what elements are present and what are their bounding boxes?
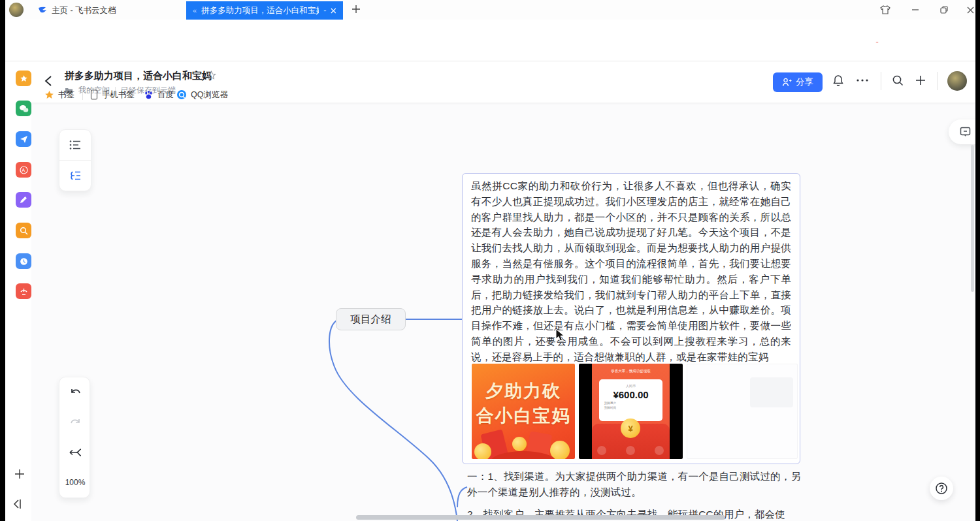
share-label: 分享: [796, 76, 813, 88]
theme-shirt-icon[interactable]: [875, 3, 895, 17]
mindmap-canvas[interactable]: 100% 项目介绍 虽然拼CC家的助力和砍价行为，让很多人不喜欢，但也得承认，确…: [31, 103, 975, 521]
comment-bubble-icon: [960, 127, 971, 137]
gold-coin: [512, 437, 527, 451]
wechat-icon[interactable]: [16, 101, 31, 116]
share-person-icon: [782, 78, 792, 87]
doc-title: 拼多多助力项目，适合小白和宝妈: [65, 70, 212, 82]
new-tab-button[interactable]: [350, 3, 362, 15]
mini-icon: [626, 446, 635, 455]
phone-icon: [90, 89, 98, 100]
screen: 主页 - 飞书云文档 « 拼多多助力项目，适合小白和宝妈 -: [0, 0, 980, 521]
minimize-icon[interactable]: [906, 3, 925, 17]
mindmap-node-channel-text[interactable]: 一：1、找到渠道。为大家提供两个助力渠道，有一个是自己测试过的，另外一个渠道是别…: [467, 469, 802, 500]
zoom-level[interactable]: 100%: [59, 467, 91, 497]
withdraw-quote: 恭喜大家，我成功提现啦: [592, 369, 670, 373]
browser-navbar: S 景区回应将张鸯写成张赛 译 新 2: [5, 20, 975, 42]
add-panel-button[interactable]: [13, 467, 26, 481]
banner-line2: 合小白宝妈: [472, 404, 575, 428]
svg-text:A: A: [22, 168, 25, 172]
notifications-bell-icon[interactable]: [832, 74, 844, 87]
doc-search-icon[interactable]: [892, 74, 904, 86]
tab-doc-icon: «: [193, 7, 197, 14]
withdraw-screenshot-image[interactable]: 恭喜大家，我成功提现啦 人民币 ¥600.00 到账用户 到账时间 ¥: [579, 364, 683, 459]
tab-suffix: -: [323, 6, 326, 15]
browser-avatar[interactable]: [9, 3, 24, 17]
outline-view-button[interactable]: [59, 130, 91, 160]
tab-title: 主页 - 飞书云文档: [52, 5, 116, 16]
bookmark-baidu[interactable]: 百度: [144, 88, 174, 101]
undo-button[interactable]: [59, 377, 91, 407]
bookmark-folder[interactable]: 书签: [44, 88, 74, 101]
question-icon: [935, 482, 948, 495]
bookmark-label: 手机书签: [102, 89, 135, 101]
horizontal-scrollbar[interactable]: [356, 515, 725, 520]
vertical-scrollbar[interactable]: [971, 145, 974, 292]
mindmap-node-project-intro[interactable]: 项目介绍: [336, 308, 406, 330]
divider: [937, 72, 938, 90]
amount-value: ¥600.00: [599, 389, 662, 400]
bookmark-label: QQ浏览器: [191, 89, 228, 101]
collapse-branches-button[interactable]: [59, 437, 91, 467]
gold-coin: ¥: [621, 418, 640, 438]
withdraw-screen: 恭喜大家，我成功提现啦 人民币 ¥600.00 到账用户 到账时间 ¥: [592, 364, 670, 459]
currency-label: 人民币: [599, 384, 662, 388]
browser-titlebar: 主页 - 飞书云文档 « 拼多多助力项目，适合小白和宝妈 -: [5, 0, 975, 20]
collect-star-icon[interactable]: [16, 71, 31, 86]
mouse-cursor: [555, 328, 565, 342]
baidu-icon: [144, 90, 154, 100]
bookmark-label: 百度: [157, 89, 174, 101]
mindmap-view-button[interactable]: [59, 161, 91, 191]
amount-row: 到账用户: [604, 402, 662, 405]
tab-title: 拼多多助力项目，适合小白和宝妈: [201, 5, 319, 16]
banner-line1: 夕助力砍: [472, 379, 575, 403]
favorite-star-icon[interactable]: [206, 71, 216, 80]
node-label: 项目介绍: [351, 313, 391, 326]
browser-side-rail: A: [5, 61, 31, 521]
bookmark-qq-browser[interactable]: QQ浏览器: [176, 88, 228, 101]
bookmark-label: 书签: [58, 89, 74, 101]
right-black-strip: [975, 0, 980, 521]
tab-document[interactable]: « 拼多多助力项目，适合小白和宝妈 -: [186, 1, 343, 20]
project-description-text: 虽然拼CC家的助力和砍价行为，让很多人不喜欢，但也得承认，确实有不少人也真正提现…: [471, 178, 791, 365]
qq-browser-icon: [176, 89, 187, 100]
faint-block: [750, 377, 793, 407]
mini-icon: [597, 446, 606, 455]
canvas-toolbar: 100%: [59, 377, 90, 498]
feishu-favicon: [38, 6, 47, 15]
gold-coin: [550, 441, 570, 459]
divider: [82, 89, 83, 100]
help-button[interactable]: [930, 477, 953, 500]
more-ellipsis-icon[interactable]: [856, 78, 869, 82]
redo-button[interactable]: [59, 407, 91, 437]
restore-icon[interactable]: [934, 3, 954, 17]
comment-panel-toggle[interactable]: [949, 119, 975, 144]
history-clock-icon[interactable]: [16, 253, 31, 269]
user-avatar[interactable]: [947, 71, 967, 91]
tab-home[interactable]: 主页 - 飞书云文档: [31, 1, 186, 20]
doc-add-icon[interactable]: [915, 74, 926, 86]
star-icon: [44, 90, 54, 100]
send-plane-icon[interactable]: [16, 131, 31, 147]
mini-icon: [655, 446, 664, 455]
amount-row: 到账时间: [604, 406, 662, 409]
close-tab-icon[interactable]: [331, 8, 336, 14]
view-switcher: [59, 129, 91, 191]
divider: [881, 72, 881, 90]
search-tool-icon[interactable]: [16, 223, 31, 238]
bookmarks-bar: 书签 手机书签 百度 QQ浏览器: [5, 42, 975, 61]
collapse-sidebar-icon[interactable]: [12, 497, 24, 511]
promo-banner-image[interactable]: 夕助力砍 合小白宝妈: [472, 364, 575, 459]
pdf-tool-icon[interactable]: [16, 283, 31, 299]
amount-card: 人民币 ¥600.00 到账用户 到账时间: [599, 379, 662, 421]
mindmap-node-content[interactable]: 虽然拼CC家的助力和砍价行为，让很多人不喜欢，但也得承认，确实有不少人也真正提现…: [462, 173, 800, 464]
bookmark-mobile[interactable]: 手机书签: [90, 88, 135, 101]
left-black-strip: [0, 0, 5, 521]
gold-coin: [474, 443, 491, 459]
share-button[interactable]: 分享: [773, 72, 823, 92]
translate-tool-icon[interactable]: A: [16, 162, 31, 178]
note-pen-icon[interactable]: [16, 192, 31, 208]
light-screenshot-image[interactable]: [687, 364, 798, 459]
doc-back-icon[interactable]: [43, 74, 55, 87]
